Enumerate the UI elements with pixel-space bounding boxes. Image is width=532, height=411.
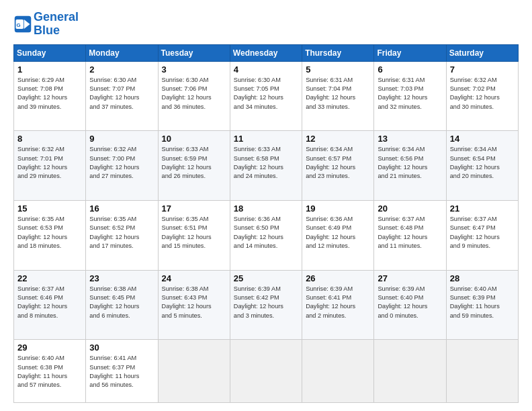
calendar-cell: 23Sunrise: 6:38 AMSunset: 6:45 PMDayligh… [86, 270, 158, 340]
weekday-header-friday: Friday [374, 44, 446, 61]
day-number: 22 [17, 273, 82, 283]
calendar-cell: 1Sunrise: 6:29 AMSunset: 7:08 PMDaylight… [14, 61, 86, 131]
calendar-cell: 17Sunrise: 6:35 AMSunset: 6:51 PMDayligh… [158, 201, 230, 271]
day-info: Sunrise: 6:34 AMSunset: 6:56 PMDaylight:… [378, 145, 442, 181]
svg-text:G: G [16, 21, 20, 28]
day-number: 8 [17, 134, 82, 144]
calendar-cell: 22Sunrise: 6:37 AMSunset: 6:46 PMDayligh… [14, 270, 86, 340]
day-info: Sunrise: 6:37 AMSunset: 6:48 PMDaylight:… [378, 215, 442, 250]
calendar-cell: 30Sunrise: 6:41 AMSunset: 6:37 PMDayligh… [86, 340, 158, 403]
calendar-cell: 29Sunrise: 6:40 AMSunset: 6:38 PMDayligh… [14, 340, 86, 403]
day-number: 4 [234, 64, 298, 75]
day-info: Sunrise: 6:33 AMSunset: 6:59 PMDaylight:… [162, 145, 226, 181]
calendar-cell: 3Sunrise: 6:30 AMSunset: 7:06 PMDaylight… [158, 61, 230, 131]
day-number: 29 [17, 342, 82, 353]
day-info: Sunrise: 6:36 AMSunset: 6:50 PMDaylight:… [234, 215, 298, 250]
day-info: Sunrise: 6:35 AMSunset: 6:52 PMDaylight:… [89, 215, 154, 250]
calendar-cell: 2Sunrise: 6:30 AMSunset: 7:07 PMDaylight… [86, 61, 158, 131]
day-info: Sunrise: 6:36 AMSunset: 6:49 PMDaylight:… [306, 215, 370, 250]
calendar-header-row: SundayMondayTuesdayWednesdayThursdayFrid… [14, 44, 519, 61]
day-number: 17 [162, 203, 226, 214]
day-info: Sunrise: 6:30 AMSunset: 7:05 PMDaylight:… [234, 76, 298, 111]
day-info: Sunrise: 6:32 AMSunset: 7:01 PMDaylight:… [17, 145, 82, 181]
day-number: 23 [89, 273, 154, 283]
day-number: 28 [450, 273, 515, 283]
calendar-cell: 11Sunrise: 6:33 AMSunset: 6:58 PMDayligh… [230, 131, 302, 201]
calendar-cell: 27Sunrise: 6:39 AMSunset: 6:40 PMDayligh… [374, 270, 446, 340]
logo-text: General Blue [34, 11, 79, 38]
day-number: 18 [234, 203, 298, 214]
day-number: 9 [89, 134, 154, 144]
day-info: Sunrise: 6:35 AMSunset: 6:53 PMDaylight:… [17, 215, 82, 250]
day-info: Sunrise: 6:39 AMSunset: 6:41 PMDaylight:… [306, 285, 370, 320]
day-number: 6 [378, 64, 442, 75]
day-number: 13 [378, 134, 442, 144]
calendar-cell: 26Sunrise: 6:39 AMSunset: 6:41 PMDayligh… [302, 270, 374, 340]
calendar-cell: 6Sunrise: 6:31 AMSunset: 7:03 PMDaylight… [374, 61, 446, 131]
day-info: Sunrise: 6:32 AMSunset: 7:00 PMDaylight:… [89, 145, 154, 181]
calendar-cell: 19Sunrise: 6:36 AMSunset: 6:49 PMDayligh… [302, 201, 374, 271]
calendar-cell: 25Sunrise: 6:39 AMSunset: 6:42 PMDayligh… [230, 270, 302, 340]
calendar-cell: 21Sunrise: 6:37 AMSunset: 6:47 PMDayligh… [446, 201, 518, 271]
calendar-cell: 16Sunrise: 6:35 AMSunset: 6:52 PMDayligh… [86, 201, 158, 271]
calendar-week-5: 29Sunrise: 6:40 AMSunset: 6:38 PMDayligh… [14, 340, 519, 403]
calendar-cell: 7Sunrise: 6:32 AMSunset: 7:02 PMDaylight… [446, 61, 518, 131]
day-number: 11 [234, 134, 298, 144]
calendar-cell: 9Sunrise: 6:32 AMSunset: 7:00 PMDaylight… [86, 131, 158, 201]
day-number: 14 [450, 134, 515, 144]
weekday-header-tuesday: Tuesday [158, 44, 230, 61]
calendar-cell: 15Sunrise: 6:35 AMSunset: 6:53 PMDayligh… [14, 201, 86, 271]
day-info: Sunrise: 6:33 AMSunset: 6:58 PMDaylight:… [234, 145, 298, 181]
day-number: 10 [162, 134, 226, 144]
day-info: Sunrise: 6:41 AMSunset: 6:37 PMDaylight:… [89, 354, 154, 390]
calendar-cell [374, 340, 446, 403]
day-number: 30 [89, 342, 154, 353]
weekday-header-sunday: Sunday [14, 44, 86, 61]
calendar-cell: 24Sunrise: 6:38 AMSunset: 6:43 PMDayligh… [158, 270, 230, 340]
day-info: Sunrise: 6:29 AMSunset: 7:08 PMDaylight:… [17, 76, 82, 111]
calendar-cell: 8Sunrise: 6:32 AMSunset: 7:01 PMDaylight… [14, 131, 86, 201]
day-info: Sunrise: 6:31 AMSunset: 7:03 PMDaylight:… [378, 76, 442, 111]
weekday-header-wednesday: Wednesday [230, 44, 302, 61]
day-number: 19 [306, 203, 370, 214]
calendar-cell: 13Sunrise: 6:34 AMSunset: 6:56 PMDayligh… [374, 131, 446, 201]
day-number: 15 [17, 203, 82, 214]
calendar-cell: 5Sunrise: 6:31 AMSunset: 7:04 PMDaylight… [302, 61, 374, 131]
day-number: 26 [306, 273, 370, 283]
day-info: Sunrise: 6:34 AMSunset: 6:57 PMDaylight:… [306, 145, 370, 181]
day-info: Sunrise: 6:31 AMSunset: 7:04 PMDaylight:… [306, 76, 370, 111]
calendar-cell: 4Sunrise: 6:30 AMSunset: 7:05 PMDaylight… [230, 61, 302, 131]
day-info: Sunrise: 6:40 AMSunset: 6:39 PMDaylight:… [450, 285, 515, 320]
calendar-cell: 18Sunrise: 6:36 AMSunset: 6:50 PMDayligh… [230, 201, 302, 271]
calendar-cell [302, 340, 374, 403]
page-header: G General Blue [13, 11, 519, 38]
calendar-cell: 12Sunrise: 6:34 AMSunset: 6:57 PMDayligh… [302, 131, 374, 201]
calendar-cell [230, 340, 302, 403]
day-number: 3 [162, 64, 226, 75]
day-info: Sunrise: 6:39 AMSunset: 6:40 PMDaylight:… [378, 285, 442, 320]
calendar-cell: 28Sunrise: 6:40 AMSunset: 6:39 PMDayligh… [446, 270, 518, 340]
day-number: 25 [234, 273, 298, 283]
day-number: 16 [89, 203, 154, 214]
day-number: 7 [450, 64, 515, 75]
calendar-week-2: 8Sunrise: 6:32 AMSunset: 7:01 PMDaylight… [14, 131, 519, 201]
calendar-cell [446, 340, 518, 403]
day-number: 20 [378, 203, 442, 214]
day-info: Sunrise: 6:30 AMSunset: 7:07 PMDaylight:… [89, 76, 154, 111]
day-info: Sunrise: 6:38 AMSunset: 6:43 PMDaylight:… [162, 285, 226, 320]
logo-icon: G [13, 15, 32, 34]
calendar-cell [158, 340, 230, 403]
day-info: Sunrise: 6:40 AMSunset: 6:38 PMDaylight:… [17, 354, 82, 390]
day-info: Sunrise: 6:37 AMSunset: 6:47 PMDaylight:… [450, 215, 515, 250]
weekday-header-monday: Monday [86, 44, 158, 61]
day-number: 2 [89, 64, 154, 75]
day-info: Sunrise: 6:32 AMSunset: 7:02 PMDaylight:… [450, 76, 515, 111]
weekday-header-thursday: Thursday [302, 44, 374, 61]
day-number: 5 [306, 64, 370, 75]
day-info: Sunrise: 6:34 AMSunset: 6:54 PMDaylight:… [450, 145, 515, 181]
day-info: Sunrise: 6:38 AMSunset: 6:45 PMDaylight:… [89, 285, 154, 320]
calendar-cell: 20Sunrise: 6:37 AMSunset: 6:48 PMDayligh… [374, 201, 446, 271]
day-info: Sunrise: 6:30 AMSunset: 7:06 PMDaylight:… [162, 76, 226, 111]
day-number: 1 [17, 64, 82, 75]
day-info: Sunrise: 6:39 AMSunset: 6:42 PMDaylight:… [234, 285, 298, 320]
